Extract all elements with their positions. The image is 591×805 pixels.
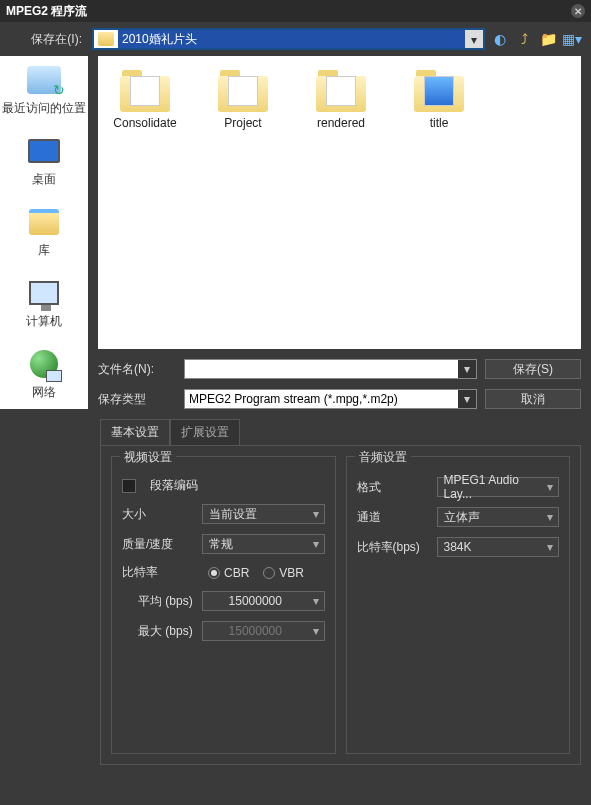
folder-name: rendered — [317, 116, 365, 130]
audio-settings-group: 音频设置 格式 MPEG1 Audio Lay...▾ 通道 立体声▾ 比特率(… — [346, 456, 571, 754]
up-icon[interactable]: ⤴ — [515, 30, 533, 48]
audio-bitrate-label: 比特率(bps) — [357, 539, 429, 556]
filename-input[interactable]: ▾ — [184, 359, 477, 379]
chevron-down-icon: ▾ — [308, 537, 324, 551]
chevron-down-icon: ▾ — [308, 594, 324, 608]
avg-bitrate-value: 15000000 — [203, 594, 308, 608]
close-button[interactable]: ✕ — [571, 4, 585, 18]
cbr-label: CBR — [224, 566, 249, 580]
folder-item[interactable]: rendered — [304, 70, 378, 130]
chevron-down-icon: ▾ — [308, 507, 324, 521]
size-select[interactable]: 当前设置▾ — [202, 504, 325, 524]
folder-icon — [120, 70, 170, 112]
folder-icon — [218, 70, 268, 112]
chevron-down-icon: ▾ — [542, 510, 558, 524]
back-icon[interactable]: ◐ — [491, 30, 509, 48]
chevron-down-icon: ▾ — [542, 540, 558, 554]
chevron-down-icon[interactable]: ▾ — [465, 30, 483, 48]
savein-label: 保存在(I): — [10, 31, 82, 48]
size-label: 大小 — [122, 506, 194, 523]
sidebar-item-recent[interactable]: 最近访问的位置 — [2, 64, 86, 117]
audio-format-select[interactable]: MPEG1 Audio Lay...▾ — [437, 477, 560, 497]
audio-format-value: MPEG1 Audio Lay... — [438, 473, 543, 501]
vbr-radio[interactable]: VBR — [263, 566, 304, 580]
filetype-select[interactable]: MPEG2 Program stream (*.mpg,*.m2p) ▾ — [184, 389, 477, 409]
quality-value: 常规 — [203, 536, 308, 553]
audio-channel-value: 立体声 — [438, 509, 543, 526]
folder-icon — [98, 32, 114, 46]
chevron-down-icon: ▾ — [308, 624, 324, 638]
sidebar-item-desktop[interactable]: 桌面 — [26, 135, 62, 188]
bitrate-label: 比特率 — [122, 564, 194, 581]
folder-item[interactable]: Project — [206, 70, 280, 130]
audio-bitrate-value: 384K — [438, 540, 543, 554]
tab-basic[interactable]: 基本设置 — [100, 419, 170, 445]
sidebar-item-libraries[interactable]: 库 — [26, 206, 62, 259]
audio-channel-select[interactable]: 立体声▾ — [437, 507, 560, 527]
sidebar-item-network[interactable]: 网络 — [26, 348, 62, 401]
video-settings-group: 视频设置 段落编码 大小 当前设置▾ 质量/速度 常规▾ 比特率 CBR VBR — [111, 456, 336, 754]
folder-item[interactable]: Consolidate — [108, 70, 182, 130]
video-legend: 视频设置 — [120, 449, 176, 466]
audio-bitrate-select[interactable]: 384K▾ — [437, 537, 560, 557]
size-value: 当前设置 — [203, 506, 308, 523]
sidebar-item-computer[interactable]: 计算机 — [26, 277, 62, 330]
network-icon — [30, 350, 58, 378]
savein-path: 2010婚礼片头 — [118, 30, 465, 48]
sidebar-item-label: 网络 — [32, 384, 56, 401]
libraries-icon — [29, 209, 59, 235]
window-title: MPEG2 程序流 — [6, 3, 87, 20]
folder-icon — [316, 70, 366, 112]
folder-icon — [414, 70, 464, 112]
view-mode-icon[interactable]: ▦▾ — [563, 30, 581, 48]
folder-item[interactable]: title — [402, 70, 476, 130]
chevron-down-icon: ▾ — [542, 480, 558, 494]
new-folder-icon[interactable]: 📁 — [539, 30, 557, 48]
filename-label: 文件名(N): — [98, 361, 176, 378]
max-bitrate-label: 最大 (bps) — [122, 623, 194, 640]
audio-legend: 音频设置 — [355, 449, 411, 466]
desktop-icon — [28, 139, 60, 163]
max-bitrate-input: 15000000▾ — [202, 621, 325, 641]
quality-label: 质量/速度 — [122, 536, 194, 553]
recent-icon — [27, 66, 61, 94]
quality-select[interactable]: 常规▾ — [202, 534, 325, 554]
avg-bitrate-label: 平均 (bps) — [122, 593, 194, 610]
chevron-down-icon[interactable]: ▾ — [458, 360, 476, 378]
cancel-button[interactable]: 取消 — [485, 389, 581, 409]
save-button[interactable]: 保存(S) — [485, 359, 581, 379]
filetype-label: 保存类型 — [98, 391, 176, 408]
sidebar-item-label: 计算机 — [26, 313, 62, 330]
sidebar-item-label: 库 — [38, 242, 50, 259]
chevron-down-icon[interactable]: ▾ — [458, 390, 476, 408]
sidebar-item-label: 最近访问的位置 — [2, 100, 86, 117]
places-sidebar: 最近访问的位置 桌面 库 计算机 网络 — [0, 56, 88, 409]
file-list[interactable]: Consolidate Project rendered title — [98, 56, 581, 349]
filename-value — [185, 360, 458, 378]
segment-encoding-label: 段落编码 — [150, 477, 198, 494]
audio-channel-label: 通道 — [357, 509, 429, 526]
vbr-label: VBR — [279, 566, 304, 580]
segment-encoding-checkbox[interactable] — [122, 479, 136, 493]
cbr-radio[interactable]: CBR — [208, 566, 249, 580]
max-bitrate-value: 15000000 — [203, 624, 308, 638]
sidebar-item-label: 桌面 — [32, 171, 56, 188]
savein-dropdown[interactable]: 2010婚礼片头 ▾ — [92, 28, 485, 50]
tab-extended[interactable]: 扩展设置 — [170, 419, 240, 445]
folder-name: Consolidate — [113, 116, 176, 130]
folder-name: title — [430, 116, 449, 130]
filetype-value: MPEG2 Program stream (*.mpg,*.m2p) — [185, 390, 458, 408]
avg-bitrate-input[interactable]: 15000000▾ — [202, 591, 325, 611]
audio-format-label: 格式 — [357, 479, 429, 496]
folder-name: Project — [224, 116, 261, 130]
computer-icon — [29, 281, 59, 305]
